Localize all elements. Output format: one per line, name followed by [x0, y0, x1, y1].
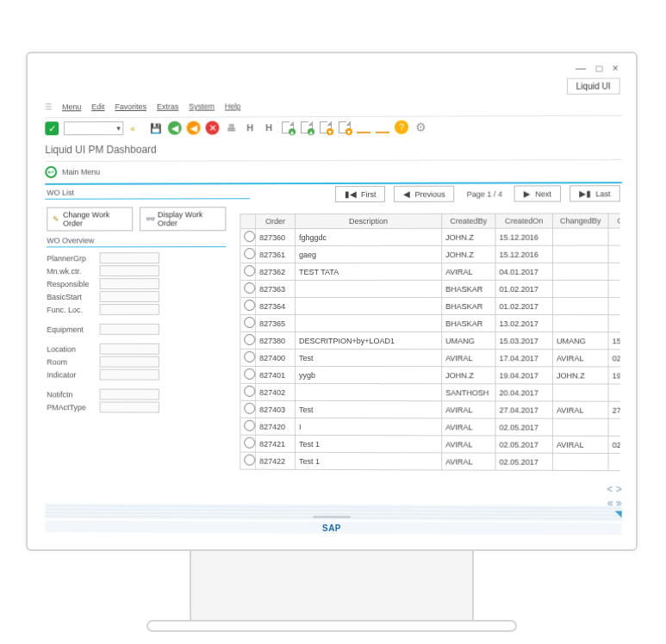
main-menu-button[interactable]: ↩ Main Menu	[45, 161, 621, 185]
table-row[interactable]: 827380DESCRITPION+by+LOAD1UMANG15.03.201…	[240, 331, 620, 349]
menu-favorites[interactable]: Favorites	[115, 102, 146, 115]
header-description[interactable]: Description	[296, 214, 442, 228]
command-field[interactable]: ▾	[64, 121, 123, 135]
header-order[interactable]: Order	[256, 214, 296, 229]
help-icon[interactable]: ?	[395, 121, 408, 134]
layout-icon[interactable]	[376, 121, 389, 134]
cell-description	[296, 314, 442, 331]
wo-list-underline	[45, 198, 250, 200]
row-select[interactable]	[244, 403, 255, 414]
header-createdby[interactable]: CreatedBy	[442, 214, 495, 228]
cancel-icon[interactable]: ✕	[206, 121, 220, 134]
cell-order: 827402	[256, 383, 296, 400]
input-equipment[interactable]	[100, 324, 159, 335]
find-next-icon[interactable]: H	[262, 121, 276, 134]
row-select[interactable]	[244, 334, 255, 345]
table-row[interactable]: 827360fghggdcJOHN.Z15.12.2016	[240, 228, 620, 246]
row-select[interactable]	[244, 351, 255, 362]
table-row[interactable]: 827422Test 1AVIRAL02.05.2017	[240, 452, 620, 471]
input-basicstart[interactable]	[100, 291, 159, 302]
cell-description: Test	[296, 400, 442, 418]
table-row[interactable]: 827400TestAVIRAL17.04.2017AVIRAL02.05.20…	[240, 349, 620, 367]
row-select[interactable]	[244, 420, 255, 431]
header-createdon[interactable]: CreatedOn	[495, 214, 552, 228]
cell-order: 827401	[256, 366, 296, 383]
row-select[interactable]	[244, 231, 255, 242]
window-controls[interactable]: — □ ×	[576, 62, 622, 74]
menu-menu[interactable]: Menu	[62, 102, 81, 115]
header-changedon[interactable]: ChangedO	[608, 214, 620, 228]
table-row[interactable]: 827362TEST TATAAVIRAL04.01.2017	[240, 263, 620, 280]
row-select[interactable]	[244, 368, 255, 380]
scroll-arrows-icon[interactable]: < >	[607, 483, 622, 495]
cell-changedon: 02.05.201	[608, 350, 620, 367]
input-plannergrp[interactable]	[100, 252, 159, 263]
exit-icon[interactable]: ◀	[187, 121, 201, 135]
liquid-ui-button[interactable]: Liquid UI	[567, 77, 620, 94]
find-icon[interactable]: H	[243, 121, 257, 134]
input-indicator[interactable]	[100, 369, 159, 381]
enter-button[interactable]: ✓	[45, 121, 59, 135]
menu-system[interactable]: System	[189, 102, 215, 115]
input-notifctn[interactable]	[100, 389, 159, 400]
table-row[interactable]: 827365BHASKAR13.02.2017	[240, 314, 620, 331]
display-work-order-button[interactable]: 👓Display Work Order	[140, 207, 226, 231]
table-row[interactable]: 827420IAVIRAL02.05.2017	[240, 418, 620, 436]
maximize-icon[interactable]: □	[596, 62, 606, 74]
first-page-icon[interactable]: ▲	[281, 121, 295, 134]
cell-description	[296, 297, 442, 314]
label-funcloc: Func. Loc.	[47, 305, 99, 313]
last-page-icon[interactable]: ▼	[338, 121, 352, 134]
row-select[interactable]	[244, 317, 255, 328]
pager-first[interactable]: ▮◀First	[335, 186, 386, 202]
pager-last[interactable]: ▶▮Last	[570, 185, 620, 201]
menu-edit[interactable]: Edit	[91, 102, 104, 115]
cell-order: 827360	[256, 229, 296, 246]
input-funcloc[interactable]	[100, 304, 159, 315]
brand-bar: SAP	[45, 520, 621, 535]
input-pmacttype[interactable]	[100, 401, 159, 412]
pager-next[interactable]: ▶Next	[514, 185, 561, 201]
splitter-handle[interactable]	[313, 516, 351, 518]
input-mnwkctr[interactable]	[100, 265, 159, 276]
cell-createdon: 27.04.2017	[495, 401, 552, 418]
menu-extras[interactable]: Extras	[157, 102, 178, 115]
history-back-icon[interactable]: «	[128, 123, 136, 133]
cell-createdby: JOHN.Z	[442, 228, 495, 245]
minimize-icon[interactable]: —	[576, 62, 589, 74]
table-row[interactable]: 827361gaegJOHN.Z15.12.2016	[240, 245, 620, 263]
table-row[interactable]: 827421Test 1AVIRAL02.05.2017AVIRAL02.05.…	[240, 435, 620, 454]
table-row[interactable]: 827364BHASKAR01.02.2017	[240, 297, 620, 314]
row-select[interactable]	[244, 300, 255, 311]
menubar: ☰ Menu Edit Favorites Extras System Help	[45, 101, 621, 119]
save-icon[interactable]: 💾	[149, 121, 163, 135]
new-session-icon[interactable]	[357, 121, 370, 134]
resize-grip-icon[interactable]	[615, 511, 622, 517]
next-page-icon[interactable]: ▼	[319, 121, 333, 134]
input-responsible[interactable]	[100, 278, 159, 289]
table-row[interactable]: 827363BHASKAR01.02.2017	[240, 280, 620, 297]
row-select[interactable]	[244, 386, 255, 397]
prev-page-icon[interactable]: ▲	[300, 121, 314, 134]
settings-icon[interactable]: ⚙	[414, 121, 427, 134]
row-select[interactable]	[244, 282, 255, 294]
row-select[interactable]	[244, 265, 255, 276]
row-select[interactable]	[244, 248, 255, 259]
input-room[interactable]	[100, 356, 159, 368]
header-changedby[interactable]: ChangedBy	[552, 214, 608, 228]
cell-description: Test 1	[296, 452, 442, 470]
pager-previous[interactable]: ◀Previous	[394, 186, 454, 202]
change-work-order-button[interactable]: ✎Change Work Order	[47, 207, 133, 231]
table-row[interactable]: 827403TestAVIRAL27.04.2017AVIRAL27.04.20…	[240, 400, 620, 418]
back-icon[interactable]: ◀	[168, 121, 182, 135]
menu-help[interactable]: Help	[225, 102, 240, 115]
cell-createdby: AVIRAL	[442, 401, 495, 418]
table-row[interactable]: 827401yygbJOHN.Z19.04.2017JOHN.Z19.04.20…	[240, 366, 620, 384]
row-select[interactable]	[244, 455, 255, 466]
table-row[interactable]: 827402SANTHOSH20.04.2017	[240, 383, 620, 401]
expand-arrows-icon[interactable]: « »	[607, 497, 622, 509]
row-select[interactable]	[244, 437, 255, 449]
close-icon[interactable]: ×	[613, 62, 622, 74]
print-icon[interactable]: 🖶	[224, 121, 238, 134]
input-location[interactable]	[100, 344, 159, 355]
